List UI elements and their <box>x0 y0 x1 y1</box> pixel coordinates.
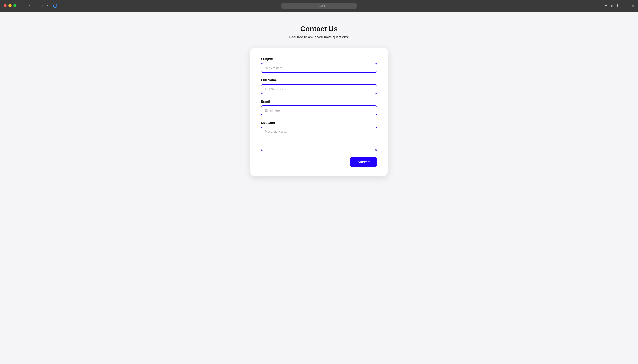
address-bar-container: 127.0.0.1 <box>281 3 357 9</box>
minimize-button[interactable] <box>9 4 12 7</box>
fullname-input[interactable] <box>261 84 377 94</box>
subject-input[interactable] <box>261 63 377 73</box>
traffic-lights <box>4 4 17 7</box>
close-button[interactable] <box>4 4 7 7</box>
tabs-overview-icon[interactable]: ⧉ <box>632 4 634 8</box>
chevron-down-icon[interactable]: ▾ <box>27 4 31 8</box>
share-icon[interactable]: ↑ <box>622 4 624 8</box>
new-tab-icon[interactable]: + <box>627 4 629 8</box>
subject-form-group: Subject <box>261 57 377 73</box>
page-subtitle: Feel free to ask if you have questions! <box>289 35 349 39</box>
address-bar[interactable]: 127.0.0.1 <box>281 3 357 9</box>
browser-actions: ⇄ ↻ ⬇ ↑ + ⧉ <box>604 4 634 8</box>
contact-form-card: Subject Full Name Email Message Submit <box>250 48 388 176</box>
subject-label: Subject <box>261 57 377 61</box>
maximize-button[interactable] <box>13 4 17 7</box>
email-form-group: Email <box>261 100 377 115</box>
translate-icon[interactable]: ⇄ <box>604 4 607 8</box>
message-label: Message <box>261 121 377 124</box>
message-textarea[interactable] <box>261 127 377 151</box>
loading-icon <box>53 4 57 8</box>
sidebar-toggle-button[interactable]: ⊞ <box>19 3 25 8</box>
submit-button[interactable]: Submit <box>350 157 377 167</box>
browser-chrome: ⊞ ▾ ‹ › 🛡 127.0.0.1 ⇄ ↻ ⬇ ↑ + ⧉ <box>0 0 638 12</box>
shield-icon: 🛡 <box>47 4 51 8</box>
email-label: Email <box>261 100 377 103</box>
page-title: Contact Us <box>289 25 349 33</box>
refresh-icon[interactable]: ↻ <box>610 4 613 8</box>
fullname-form-group: Full Name <box>261 78 377 94</box>
form-footer: Submit <box>261 157 377 167</box>
back-button[interactable]: ‹ <box>34 3 38 9</box>
email-input[interactable] <box>261 106 377 115</box>
forward-button[interactable]: › <box>41 3 45 9</box>
fullname-label: Full Name <box>261 78 377 82</box>
download-icon[interactable]: ⬇ <box>616 4 619 8</box>
page-content: Contact Us Feel free to ask if you have … <box>0 12 638 364</box>
page-header: Contact Us Feel free to ask if you have … <box>289 25 349 39</box>
message-form-group: Message <box>261 121 377 152</box>
